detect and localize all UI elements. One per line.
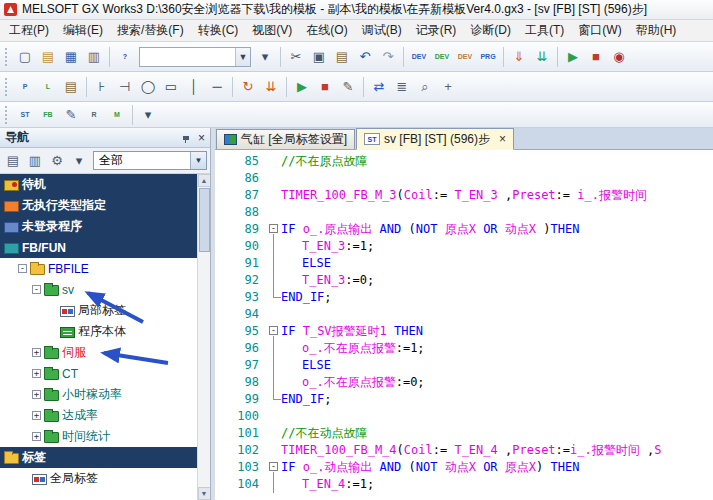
toolbar-grip[interactable]: [5, 106, 10, 124]
tree-item-达成率[interactable]: +达成率: [0, 405, 197, 426]
tree-filter-select[interactable]: 全部 ▼: [93, 151, 207, 170]
online-diagnostics-icon[interactable]: ◉: [608, 46, 630, 68]
st-code-editor[interactable]: 85//不在原点故障8687TIMER_100_FB_M_3(Coil:= T_…: [215, 150, 713, 500]
close-tab-icon[interactable]: ×: [499, 133, 506, 145]
code-line-98[interactable]: 98o_.不在原点报警:=0;: [215, 374, 713, 391]
horizontal-line-icon[interactable]: ─: [206, 76, 228, 98]
redo-icon[interactable]: ↷: [377, 46, 399, 68]
code-line-100[interactable]: 100: [215, 408, 713, 425]
cross-reference-icon[interactable]: ⇄: [368, 76, 390, 98]
scroll-down-icon[interactable]: ▼: [198, 487, 211, 500]
code-line-99[interactable]: 99END_IF;: [215, 391, 713, 408]
menu-item-工具(T)[interactable]: 工具(T): [518, 19, 571, 42]
code-line-96[interactable]: 96o_.不在原点报警:=1;: [215, 340, 713, 357]
device-use-list-icon[interactable]: ≣: [391, 76, 413, 98]
vertical-line-icon[interactable]: │: [183, 76, 205, 98]
code-line-103[interactable]: 103-IF o_.动点输出 AND (NOT 动点X OR 原点X) THEN: [215, 459, 713, 476]
document-tab-sv [FB] [ST] (596)步[interactable]: STsv [FB] [ST] (596)步×: [356, 128, 514, 150]
application-instruction-icon[interactable]: ▭: [160, 76, 182, 98]
menu-item-帮助(H)[interactable]: 帮助(H): [629, 19, 684, 42]
chevron-down-icon[interactable]: ▼: [235, 48, 250, 66]
rebuild-all-icon[interactable]: ⇊: [531, 46, 553, 68]
convert-icon[interactable]: ⇓: [508, 46, 530, 68]
menu-item-诊断(D)[interactable]: 诊断(D): [463, 19, 518, 42]
code-line-97[interactable]: 97ELSE: [215, 357, 713, 374]
toolbar-combobox[interactable]: ▼: [139, 47, 251, 67]
start-monitor-icon[interactable]: ▶: [291, 76, 313, 98]
tree-item-sv[interactable]: -sv: [0, 279, 197, 300]
toolbar-grip[interactable]: [5, 78, 10, 96]
code-line-93[interactable]: 93END_IF;: [215, 289, 713, 306]
monitor-start-icon[interactable]: ▶: [562, 46, 584, 68]
menu-item-编辑(E)[interactable]: 编辑(E): [56, 19, 110, 42]
settings-gear-icon[interactable]: ⚙: [47, 151, 67, 171]
program-file-icon[interactable]: PRG: [477, 46, 499, 68]
tree-item-小时稼动率[interactable]: +小时稼动率: [0, 384, 197, 405]
tree-item-标签[interactable]: 标签: [0, 447, 197, 468]
parameter-icon[interactable]: P: [14, 76, 36, 98]
copy-icon[interactable]: ▣: [308, 46, 330, 68]
label-setting-icon[interactable]: L: [37, 76, 59, 98]
code-line-94[interactable]: 94: [215, 306, 713, 323]
fold-collapse-icon[interactable]: -: [269, 462, 278, 471]
gear-menu-icon[interactable]: ▾: [69, 151, 89, 171]
code-line-101[interactable]: 101//不在动点故障: [215, 425, 713, 442]
fb-paste-icon[interactable]: FB: [37, 104, 59, 126]
new-project-icon[interactable]: ▢: [14, 46, 36, 68]
code-line-102[interactable]: 102TIMER_100_FB_M_4(Coil:= T_EN_4 ,Prese…: [215, 442, 713, 459]
undo-icon[interactable]: ↶: [354, 46, 376, 68]
display-target-icon[interactable]: ▤: [3, 151, 23, 171]
contact-open-icon[interactable]: ⊦: [91, 76, 113, 98]
coil-icon[interactable]: ◯: [137, 76, 159, 98]
combo-history-icon[interactable]: ▾: [254, 46, 276, 68]
tree-item-无执行类型指定[interactable]: 无执行类型指定: [0, 195, 197, 216]
device-initial-value-icon[interactable]: DEV: [454, 46, 476, 68]
code-line-104[interactable]: 104T_EN_4:=1;: [215, 476, 713, 493]
code-line-88[interactable]: 88: [215, 204, 713, 221]
expand-icon[interactable]: +: [32, 348, 41, 357]
toolbar-grip[interactable]: [5, 48, 10, 66]
menu-item-搜索/替换(F)[interactable]: 搜索/替换(F): [110, 19, 191, 42]
device-memory-icon[interactable]: DEV: [431, 46, 453, 68]
tree-item-CT[interactable]: +CT: [0, 363, 197, 384]
tree-item-时间统计[interactable]: +时间统计: [0, 426, 197, 447]
tree-item-FB/FUN[interactable]: FB/FUN: [0, 237, 197, 258]
tree-item-FBFILE[interactable]: -FBFILE: [0, 258, 197, 279]
edit-mode-icon[interactable]: ✎: [60, 104, 82, 126]
tree-item-未登录程序[interactable]: 未登录程序: [0, 216, 197, 237]
print-icon[interactable]: ▥: [83, 46, 105, 68]
expand-icon[interactable]: +: [32, 432, 41, 441]
menu-item-在线(O)[interactable]: 在线(O): [299, 19, 354, 42]
code-line-85[interactable]: 85//不在原点故障: [215, 153, 713, 170]
expand-icon[interactable]: +: [32, 411, 41, 420]
paste-icon[interactable]: ▤: [331, 46, 353, 68]
code-line-92[interactable]: 92T_EN_3:=0;: [215, 272, 713, 289]
collapse-icon[interactable]: -: [32, 285, 41, 294]
menu-item-工程(P)[interactable]: 工程(P): [2, 19, 56, 42]
tree-item-局部标签[interactable]: 局部标签: [0, 300, 197, 321]
tree-item-全局标签[interactable]: 全局标签: [0, 468, 197, 489]
code-line-95[interactable]: 95-IF T_SV报警延时1 THEN: [215, 323, 713, 340]
fold-collapse-icon[interactable]: -: [269, 326, 278, 335]
contact-close-icon[interactable]: ⊣: [114, 76, 136, 98]
document-tab-气缸 [全局标签设置][interactable]: 气缸 [全局标签设置]: [216, 129, 355, 149]
collapse-icon[interactable]: -: [18, 264, 27, 273]
fold-collapse-icon[interactable]: -: [269, 224, 278, 233]
expand-icon[interactable]: +: [32, 390, 41, 399]
code-line-89[interactable]: 89-IF o_.原点输出 AND (NOT 原点X OR 动点X )THEN: [215, 221, 713, 238]
stop-monitor-icon[interactable]: ■: [314, 76, 336, 98]
menu-item-调试(B)[interactable]: 调试(B): [355, 19, 409, 42]
close-icon[interactable]: ×: [198, 132, 205, 144]
zoom-icon[interactable]: +: [437, 76, 459, 98]
scroll-up-icon[interactable]: ▲: [198, 174, 211, 187]
program-body-icon[interactable]: ▤: [60, 76, 82, 98]
expand-icon[interactable]: +: [32, 369, 41, 378]
code-line-87[interactable]: 87TIMER_100_FB_M_3(Coil:= T_EN_3 ,Preset…: [215, 187, 713, 204]
device-test-icon[interactable]: ✎: [337, 76, 359, 98]
menu-item-视图(V)[interactable]: 视图(V): [245, 19, 299, 42]
help-icon[interactable]: ?: [114, 46, 136, 68]
display-option-icon[interactable]: ▾: [137, 104, 159, 126]
convert-all-icon[interactable]: ⇊: [260, 76, 282, 98]
device-comment-icon[interactable]: DEV: [408, 46, 430, 68]
chevron-down-icon[interactable]: ▼: [190, 152, 206, 169]
